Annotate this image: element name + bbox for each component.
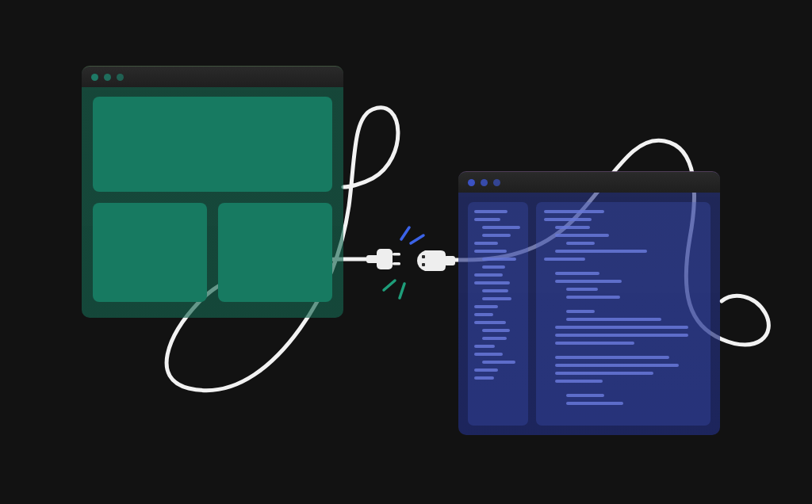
- app-window-green: [82, 66, 343, 318]
- svg-rect-4: [444, 256, 455, 265]
- window-content: [458, 193, 720, 435]
- svg-rect-1: [366, 255, 379, 263]
- titlebar: [458, 172, 720, 193]
- card-panel: [93, 203, 207, 302]
- svg-line-10: [400, 284, 404, 298]
- svg-line-7: [401, 227, 409, 239]
- traffic-light-icon: [117, 74, 124, 81]
- svg-line-9: [384, 281, 395, 290]
- window-content: [82, 87, 343, 311]
- card-panel: [218, 203, 332, 302]
- svg-rect-2: [393, 253, 400, 256]
- titlebar: [82, 67, 343, 87]
- svg-rect-6: [422, 263, 425, 266]
- traffic-light-icon: [481, 179, 488, 186]
- hero-panel: [93, 97, 332, 192]
- traffic-light-icon: [468, 179, 475, 186]
- svg-rect-0: [377, 249, 393, 269]
- plug-left-icon: [366, 249, 400, 269]
- svg-rect-5: [422, 255, 425, 258]
- plug-right-icon: [417, 250, 455, 271]
- traffic-light-icon: [493, 179, 500, 186]
- traffic-light-icon: [91, 74, 98, 81]
- svg-rect-3: [393, 262, 400, 265]
- sidebar-panel: [468, 202, 528, 426]
- spark-icon: [384, 227, 423, 298]
- editor-panel: [536, 202, 710, 426]
- traffic-light-icon: [104, 74, 111, 81]
- svg-line-8: [411, 235, 423, 243]
- app-window-blue: [458, 171, 720, 435]
